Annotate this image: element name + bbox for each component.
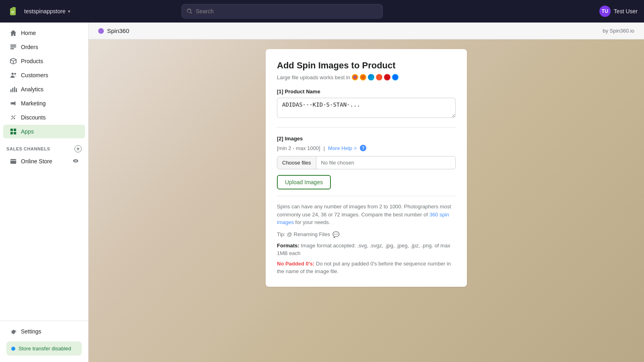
analytics-icon — [10, 86, 17, 93]
svg-point-6 — [14, 73, 16, 75]
more-help-link[interactable]: More Help > — [328, 145, 357, 151]
product-section-label: [1] Product Name — [277, 88, 456, 95]
top-nav: testspinappstore ▼ TU Test User — [0, 0, 644, 23]
help-badge[interactable]: ? — [360, 145, 366, 151]
products-icon — [10, 58, 17, 65]
product-name-input[interactable] — [277, 98, 456, 118]
sidebar-label-apps: Apps — [21, 128, 34, 135]
brave-icon — [376, 74, 382, 80]
opera-icon — [384, 74, 390, 80]
svg-point-11 — [12, 116, 13, 117]
home-icon — [10, 29, 17, 37]
browser-icons — [352, 74, 398, 80]
images-section-label: [2] Images — [277, 136, 456, 142]
search-input[interactable] — [196, 8, 378, 14]
no-file-chosen-text: No file chosen — [316, 156, 455, 169]
info-text: Spins can have any number of images from… — [277, 203, 456, 226]
sidebar-item-products[interactable]: Products — [3, 54, 85, 68]
shopify-logo — [6, 5, 19, 18]
no-padded-label: No Padded 0's: — [277, 261, 314, 267]
safari-icon — [392, 74, 398, 80]
sidebar-label-discounts: Discounts — [21, 114, 45, 121]
svg-rect-16 — [14, 132, 16, 134]
store-transfer-label: Store transfer disabled — [19, 346, 71, 352]
info-text-after: for your needs. — [295, 219, 330, 225]
info-box: Spins can have any number of images from… — [277, 196, 456, 276]
edge-icon — [368, 74, 374, 80]
sidebar-label-home: Home — [21, 30, 36, 36]
svg-rect-0 — [11, 11, 14, 12]
marketing-icon — [10, 100, 17, 107]
formats-row: Formats: Image format accepted: .svg, .s… — [277, 242, 456, 257]
sidebar-label-online-store: Online Store — [21, 158, 52, 165]
svg-rect-4 — [10, 48, 14, 49]
store-selector[interactable]: testspinappstore ▼ — [24, 8, 71, 14]
orders-icon — [10, 43, 17, 51]
svg-rect-9 — [14, 87, 15, 93]
store-name: testspinappstore — [24, 8, 66, 14]
discounts-icon — [10, 114, 17, 121]
sidebar-item-discounts[interactable]: Discounts — [3, 111, 85, 124]
sidebar-label-customers: Customers — [21, 72, 48, 78]
svg-rect-8 — [12, 88, 13, 92]
svg-point-5 — [12, 73, 14, 75]
user-name: Test User — [614, 8, 638, 14]
chrome-icon — [352, 74, 358, 80]
tip-label: Tip: @ Renaming Files — [277, 231, 330, 237]
sales-channels-label: SALES CHANNELS — [6, 146, 50, 151]
sidebar-label-analytics: Analytics — [21, 86, 43, 93]
images-info-row: [min 2 - max 1000] | More Help > ? — [277, 145, 456, 151]
tip-emoji: 💬 — [332, 231, 339, 238]
search-icon — [187, 8, 192, 14]
upload-images-button[interactable]: Upload Images — [277, 175, 331, 189]
settings-label: Settings — [21, 328, 41, 335]
online-store-visibility-icon[interactable] — [73, 158, 78, 165]
app-title: Spin360 — [107, 27, 129, 34]
sidebar-label-marketing: Marketing — [21, 100, 45, 107]
tip-row: Tip: @ Renaming Files 💬 — [277, 231, 456, 238]
sidebar-item-customers[interactable]: Customers — [3, 68, 85, 82]
app-header-left: Spin360 — [98, 27, 129, 34]
sidebar-item-analytics[interactable]: Analytics — [3, 82, 85, 96]
svg-rect-3 — [10, 46, 16, 47]
store-transfer-banner: Store transfer disabled — [6, 341, 82, 356]
sidebar-item-home[interactable]: Home — [3, 26, 85, 40]
svg-point-12 — [14, 118, 15, 119]
sidebar-item-online-store[interactable]: Online Store — [3, 154, 85, 168]
svg-rect-2 — [10, 45, 16, 46]
avatar: TU — [599, 6, 611, 17]
sidebar-item-orders[interactable]: Orders — [3, 40, 85, 54]
add-sales-channel-button[interactable]: + — [74, 145, 82, 152]
content-area: Add Spin Images to Product Large file up… — [89, 39, 644, 296]
svg-rect-14 — [14, 129, 16, 131]
images-min-max: [min 2 - max 1000] — [277, 145, 320, 151]
formats-text: Image format accepted: .svg, .svgz, .jpg… — [277, 243, 450, 257]
choose-files-button[interactable]: Choose files — [277, 156, 316, 169]
settings-item[interactable]: Settings — [3, 325, 85, 338]
firefox-icon — [360, 74, 366, 80]
apps-icon — [10, 128, 17, 135]
formats-label: Formats: — [277, 243, 299, 249]
search-bar — [182, 4, 383, 19]
svg-rect-13 — [10, 129, 13, 131]
sidebar-footer: Settings Store transfer disabled — [0, 321, 88, 362]
svg-rect-17 — [10, 159, 16, 164]
svg-rect-7 — [10, 89, 12, 92]
transfer-status-dot — [11, 347, 15, 351]
svg-rect-10 — [16, 88, 17, 92]
sidebar: Home Orders Products Customers Analytics — [0, 23, 89, 362]
sidebar-label-products: Products — [21, 58, 43, 64]
sidebar-label-orders: Orders — [21, 44, 38, 50]
sidebar-item-apps[interactable]: Apps — [3, 125, 85, 138]
svg-rect-1 — [11, 12, 14, 13]
svg-rect-15 — [10, 132, 13, 134]
subtitle-text: Large file uploads works best in — [277, 74, 350, 80]
sidebar-nav: Home Orders Products Customers Analytics — [0, 23, 88, 321]
sidebar-item-marketing[interactable]: Marketing — [3, 97, 85, 110]
no-padded-row: No Padded 0's: Do not put any padded 0's… — [277, 260, 456, 276]
online-store-icon — [10, 158, 17, 165]
form-title: Add Spin Images to Product — [277, 60, 456, 71]
main-content: Spin360 by Spin360.io Add Spin Images to… — [89, 23, 644, 362]
user-menu[interactable]: TU Test User — [599, 6, 638, 17]
app-dot — [98, 28, 104, 34]
